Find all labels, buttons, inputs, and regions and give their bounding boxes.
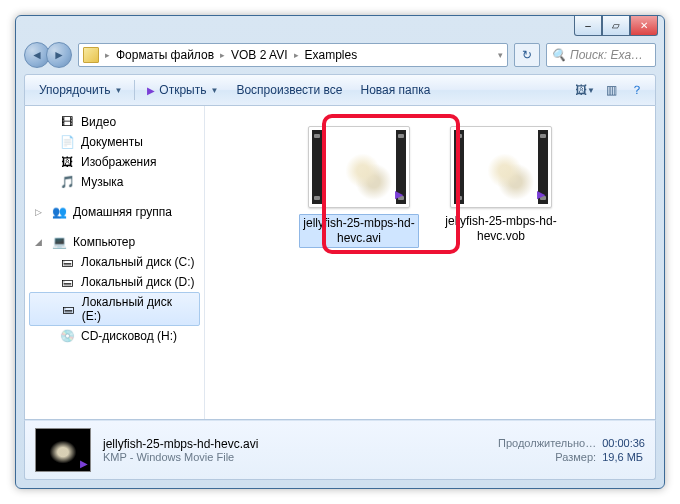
search-input[interactable]: 🔍 Поиск: Exa… [546,43,656,67]
chevron-right-icon: ▸ [294,50,299,60]
breadcrumb-bar[interactable]: ▸ Форматы файлов ▸ VOB 2 AVI ▸ Examples … [78,43,508,67]
drive-icon: 🖴 [60,301,76,317]
tree-item-music[interactable]: 🎵Музыка [25,172,204,192]
file-tile[interactable]: ▶ jellyfish-25-mbps-hd-hevc.avi [299,126,419,248]
details-size-value: 19,6 МБ [602,451,645,463]
expand-icon[interactable]: ▷ [35,207,45,217]
tree-item-disk-d[interactable]: 🖴Локальный диск (D:) [25,272,204,292]
preview-pane-button[interactable]: ▥ [599,78,623,102]
chevron-right-icon: ▸ [105,50,110,60]
video-thumbnail: ▶ [308,126,410,208]
pictures-icon: 🖼 [59,154,75,170]
play-icon: ▶ [537,188,545,201]
drive-icon: 🖴 [59,274,75,290]
details-duration-value: 00:00:36 [602,437,645,449]
tree-item-disk-c[interactable]: 🖴Локальный диск (C:) [25,252,204,272]
file-tile[interactable]: ▶ jellyfish-25-mbps-hd-hevc.vob [441,126,561,244]
computer-icon: 💻 [51,234,67,250]
documents-icon: 📄 [59,134,75,150]
organize-menu[interactable]: Упорядочить▼ [31,79,130,101]
tree-item-disk-e[interactable]: 🖴Локальный диск (E:) [29,292,200,326]
folder-icon [83,47,99,63]
explorer-body: 🎞Видео 📄Документы 🖼Изображения 🎵Музыка ▷… [24,106,656,420]
nav-buttons: ◄ ► [24,42,72,68]
open-menu[interactable]: ▶ Открыть▼ [139,79,226,101]
separator [134,80,135,100]
details-size-label: Размер: [498,451,596,463]
play-icon: ▶ [80,458,88,469]
window-caption-buttons: – ▱ ✕ [574,16,658,36]
breadcrumb-item[interactable]: VOB 2 AVI [231,48,287,62]
cd-icon: 💿 [59,328,75,344]
play-icon: ▶ [395,188,403,201]
details-duration-label: Продолжительно… [498,437,596,449]
help-button[interactable]: ？ [625,78,649,102]
video-icon: 🎞 [59,114,75,130]
tree-item-cd-h[interactable]: 💿CD-дисковод (H:) [25,326,204,346]
details-filename: jellyfish-25-mbps-hd-hevc.avi [103,437,258,451]
homegroup-icon: 👥 [51,204,67,220]
details-thumbnail: ▶ [35,428,91,472]
tree-item-documents[interactable]: 📄Документы [25,132,204,152]
chevron-down-icon: ▼ [114,86,122,95]
breadcrumb-item[interactable]: Examples [305,48,358,62]
minimize-button[interactable]: – [574,16,602,36]
file-name-label: jellyfish-25-mbps-hd-hevc.vob [441,214,561,244]
tree-item-pictures[interactable]: 🖼Изображения [25,152,204,172]
search-icon: 🔍 [551,48,566,62]
refresh-button[interactable]: ↻ [514,43,540,67]
view-options-button[interactable]: 🖼▼ [573,78,597,102]
tree-item-homegroup[interactable]: ▷👥Домашняя группа [25,202,204,222]
maximize-button[interactable]: ▱ [602,16,630,36]
file-list[interactable]: ▶ jellyfish-25-mbps-hd-hevc.avi ▶ jellyf… [205,106,655,419]
forward-button[interactable]: ► [46,42,72,68]
close-button[interactable]: ✕ [630,16,658,36]
toolbar: Упорядочить▼ ▶ Открыть▼ Воспроизвести вс… [24,74,656,106]
navigation-tree[interactable]: 🎞Видео 📄Документы 🖼Изображения 🎵Музыка ▷… [25,106,205,419]
details-pane: ▶ jellyfish-25-mbps-hd-hevc.avi KMP - Wi… [24,420,656,480]
collapse-icon[interactable]: ◢ [35,237,45,247]
tree-item-computer[interactable]: ◢💻Компьютер [25,232,204,252]
music-icon: 🎵 [59,174,75,190]
breadcrumb-item[interactable]: Форматы файлов [116,48,214,62]
explorer-window: – ▱ ✕ ◄ ► ▸ Форматы файлов ▸ VOB 2 AVI ▸… [15,15,665,489]
details-filetype: KMP - Windows Movie File [103,451,258,463]
file-name-label: jellyfish-25-mbps-hd-hevc.avi [299,214,419,248]
address-bar-row: ◄ ► ▸ Форматы файлов ▸ VOB 2 AVI ▸ Examp… [16,16,664,74]
play-all-button[interactable]: Воспроизвести все [228,79,350,101]
new-folder-button[interactable]: Новая папка [353,79,439,101]
play-icon: ▶ [147,85,155,96]
drive-icon: 🖴 [59,254,75,270]
chevron-down-icon[interactable]: ▾ [498,50,503,60]
chevron-right-icon: ▸ [220,50,225,60]
tree-item-videos[interactable]: 🎞Видео [25,112,204,132]
search-placeholder: Поиск: Exa… [570,48,643,62]
video-thumbnail: ▶ [450,126,552,208]
chevron-down-icon: ▼ [210,86,218,95]
